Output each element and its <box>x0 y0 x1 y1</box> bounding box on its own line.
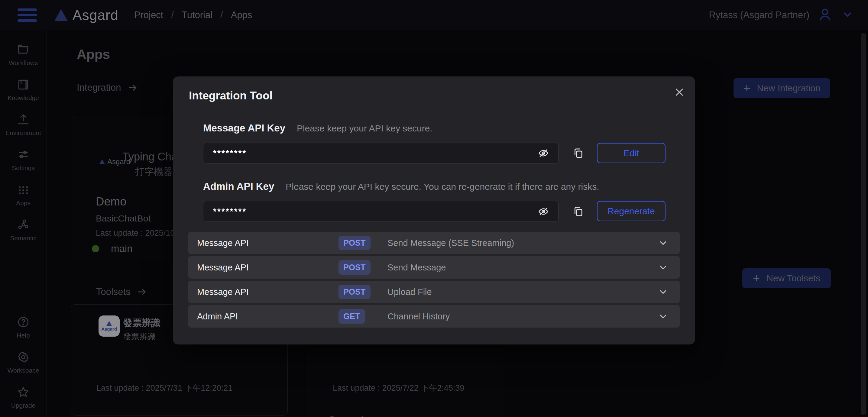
brand[interactable]: Asgard <box>54 7 119 23</box>
help-circle-icon <box>17 316 30 330</box>
eye-off-icon[interactable] <box>537 147 550 160</box>
app-card-title: Typing Chat <box>122 151 180 163</box>
toolsets-section-label: Toolsets <box>96 286 130 297</box>
new-integration-button[interactable]: + New Integration <box>734 78 830 98</box>
copy-icon[interactable] <box>570 204 586 219</box>
message-api-key-input[interactable] <box>203 142 559 163</box>
breadcrumb: Project / Tutorial / Apps <box>134 10 252 21</box>
chevron-down-icon[interactable] <box>841 8 854 22</box>
edit-button[interactable]: Edit <box>597 143 665 163</box>
endpoint-row-upload-file[interactable]: Message API POST Upload File <box>188 281 680 303</box>
message-api-key-header: Message API Key Please keep your API key… <box>203 122 433 134</box>
last-update-text: Last update : 2025/10/3 <box>96 228 182 238</box>
admin-api-key-input[interactable] <box>203 201 559 222</box>
endpoint-api: Message API <box>197 238 249 248</box>
sidebar-item-label: Knowledge <box>7 94 39 101</box>
chevron-down-icon[interactable] <box>657 311 669 322</box>
new-toolsets-button[interactable]: + New Toolsets <box>742 268 831 288</box>
toolset-subtitle: 發票辨識 <box>123 331 156 342</box>
last-update-text: Last update : 2025/7/22 下午2:45:39 <box>333 383 464 393</box>
endpoint-name: Send Message (SSE Streaming) <box>388 238 514 248</box>
sidebar-item-knowledge[interactable]: Knowledge <box>7 78 39 101</box>
sidebar-main-group: Workflows Knowledge Environment Settings… <box>0 30 46 242</box>
breadcrumb-separator: / <box>220 10 223 21</box>
sidebar-item-label: Environment <box>5 129 41 136</box>
chevron-down-icon[interactable] <box>657 262 669 273</box>
sidebar-item-help[interactable]: Help <box>17 316 30 339</box>
close-icon[interactable] <box>671 84 688 101</box>
endpoint-row-send-message-sse[interactable]: Message API POST Send Message (SSE Strea… <box>188 232 680 254</box>
new-toolsets-label: New Toolsets <box>767 273 820 283</box>
chevron-down-icon[interactable] <box>657 237 669 249</box>
sidebar-item-upgrade[interactable]: Upgrade <box>11 386 36 409</box>
sidebar-item-label: Help <box>17 332 30 339</box>
asgard-triangle-logo <box>54 9 68 21</box>
endpoint-name: Upload File <box>388 287 432 297</box>
copy-icon[interactable] <box>570 146 586 161</box>
arrow-right-icon <box>136 286 148 297</box>
integration-section-link[interactable]: Integration <box>77 82 138 93</box>
endpoint-api: Message API <box>197 263 249 272</box>
hamburger-menu-icon[interactable] <box>18 8 37 22</box>
method-badge: POST <box>339 260 371 275</box>
endpoint-row-channel-history[interactable]: Admin API GET Channel History <box>188 305 680 327</box>
sidebar-item-label: Workflows <box>9 59 38 66</box>
endpoint-name: Channel History <box>388 312 450 322</box>
gear-icon <box>17 351 30 365</box>
endpoint-api: Message API <box>197 287 249 297</box>
network-icon <box>17 218 30 233</box>
chevron-down-icon[interactable] <box>657 286 669 298</box>
toolsets-section-link[interactable]: Toolsets <box>96 286 148 297</box>
environment-name: Demo <box>96 195 126 208</box>
method-badge: POST <box>339 285 371 299</box>
toolset-title: 發票辨識 <box>123 317 160 329</box>
page-title: Apps <box>77 47 110 62</box>
account-name: Rytass (Asgard Partner) <box>709 10 810 21</box>
message-api-key-field <box>203 142 559 163</box>
upload-icon <box>17 113 30 128</box>
breadcrumb-apps[interactable]: Apps <box>231 10 252 21</box>
breadcrumb-separator: / <box>171 10 174 21</box>
sliders-icon <box>17 148 30 163</box>
sidebar-item-workflows[interactable]: Workflows <box>9 43 38 66</box>
branch-name: main <box>111 243 133 254</box>
endpoint-list: Message API POST Send Message (SSE Strea… <box>188 232 680 327</box>
message-api-key-label: Message API Key <box>203 122 285 134</box>
sidebar-item-environment[interactable]: Environment <box>5 113 41 136</box>
brand-name: Asgard <box>72 7 119 23</box>
environment-type: BasicChatBot <box>96 213 151 224</box>
branch-row: main <box>329 414 369 417</box>
user-icon[interactable] <box>817 7 833 24</box>
admin-api-key-header: Admin API Key Please keep your API key s… <box>203 181 599 192</box>
grid-dots-icon <box>17 183 30 198</box>
new-integration-label: New Integration <box>757 83 820 93</box>
sidebar-item-label: Apps <box>16 199 31 207</box>
last-update-text: Last update : 2025/7/31 下午12:20:21 <box>96 383 232 393</box>
endpoint-row-send-message[interactable]: Message API POST Send Message <box>188 256 680 279</box>
regenerate-button[interactable]: Regenerate <box>597 201 665 221</box>
sidebar-item-apps[interactable]: Apps <box>16 183 31 207</box>
branch-row: main <box>92 243 133 254</box>
sidebar-item-semantic[interactable]: Semantic <box>10 218 37 242</box>
admin-api-key-field <box>203 201 559 222</box>
branch-name: main <box>111 416 133 417</box>
modal-title: Integration Tool <box>189 90 273 102</box>
breadcrumb-tutorial[interactable]: Tutorial <box>182 10 213 21</box>
integration-tool-modal: Integration Tool Message API Key Please … <box>173 76 695 345</box>
left-sidebar: Workflows Knowledge Environment Settings… <box>0 30 47 417</box>
star-icon <box>17 386 30 400</box>
method-badge: GET <box>339 309 365 324</box>
sidebar-item-settings[interactable]: Settings <box>12 148 35 172</box>
endpoint-api: Admin API <box>197 312 238 322</box>
message-api-key-hint: Please keep your API key secure. <box>297 123 433 134</box>
integration-section-label: Integration <box>77 82 121 93</box>
page-scrollbar[interactable] <box>861 33 866 415</box>
sidebar-item-workspace[interactable]: Workspace <box>7 351 39 374</box>
folder-icon <box>17 43 30 57</box>
eye-off-icon[interactable] <box>537 205 550 218</box>
breadcrumb-project[interactable]: Project <box>134 10 163 21</box>
branch-row: main <box>92 416 133 417</box>
toolset-icon-brand: Asgard <box>101 326 117 331</box>
admin-api-key-hint: Please keep your API key secure. You can… <box>286 182 599 192</box>
asgard-app: Asgard Project / Tutorial / Apps Rytass … <box>0 0 868 417</box>
